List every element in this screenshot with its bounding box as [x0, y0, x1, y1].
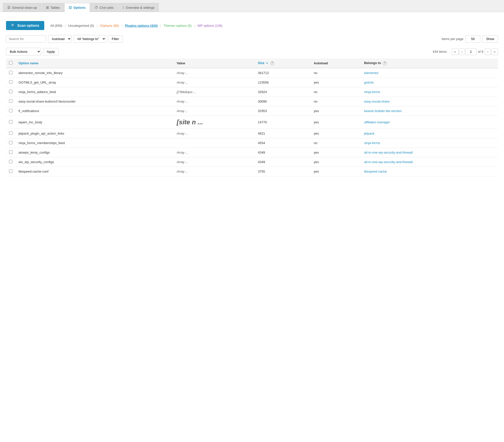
row-checkbox-cell [6, 78, 16, 87]
tab-overview[interactable]: ↕ Overview & settings [118, 3, 159, 12]
row-option-name: wpam_tnc_body [16, 116, 174, 129]
main-content: 🔍 Scan options All (659) | Uncategorized… [0, 12, 504, 181]
scan-options-button[interactable]: 🔍 Scan options [6, 21, 44, 30]
col-header-check [6, 59, 16, 68]
filter-button[interactable]: Filter [108, 35, 123, 43]
table-row: easy-social-share-buttons3-fanscounter A… [6, 97, 498, 106]
row-checkbox[interactable] [9, 169, 12, 173]
cat-orphans[interactable]: Orphans (80) [100, 24, 119, 28]
row-checkbox-cell [6, 116, 16, 129]
items-count: 434 items [433, 50, 447, 54]
options-icon: ⊡ [69, 6, 72, 10]
row-checkbox[interactable] [9, 160, 12, 163]
col-header-name[interactable]: Option name [16, 59, 174, 68]
row-checkbox[interactable] [9, 131, 12, 135]
row-value: [site n ... [174, 116, 255, 129]
last-page-button[interactable]: » [491, 49, 498, 55]
row-option-name: GOTMLS_get_URL_array [16, 78, 174, 87]
show-button[interactable]: Show [482, 35, 498, 43]
options-table: Option name Value Size ▼ ? Autoload Belo… [6, 59, 498, 176]
row-size: 123556 [255, 78, 311, 87]
search-input[interactable] [6, 35, 46, 43]
belongs-link[interactable]: ninja-forms [364, 141, 380, 145]
row-checkbox[interactable] [9, 150, 12, 154]
belongs-link[interactable]: litespeed-cache [364, 170, 387, 173]
row-value: Array ... [174, 106, 255, 116]
general-icon: ☰ [7, 6, 10, 10]
belongs-link[interactable]: beaver-builder-lite-version [364, 109, 402, 113]
tab-options[interactable]: ⊡ Options [64, 3, 90, 12]
row-autoload: yes [311, 129, 361, 138]
items-per-page-input[interactable] [465, 35, 480, 43]
autoload-select[interactable]: Autoload Yes No [48, 35, 72, 43]
table-row: aio_wp_security_configs Array ... 4349 y… [6, 157, 498, 167]
row-size: 361713 [255, 68, 311, 78]
row-value: Array ... [174, 78, 255, 87]
tab-general-label: General clean-up [12, 6, 37, 10]
row-checkbox-cell [6, 129, 16, 138]
row-checkbox[interactable] [9, 90, 12, 93]
prev-page-button[interactable]: ‹ [459, 49, 465, 55]
category-links: All (659) | Uncategorized (0) | Orphans … [50, 24, 222, 28]
row-checkbox[interactable] [9, 80, 12, 84]
row-checkbox[interactable] [9, 141, 12, 144]
cat-all[interactable]: All (659) [50, 24, 62, 28]
row-checkbox[interactable] [9, 120, 12, 124]
first-page-button[interactable]: « [452, 49, 458, 55]
belongs-help-icon[interactable]: ? [383, 61, 387, 65]
row-checkbox[interactable] [9, 99, 12, 103]
belongs-link[interactable]: all-in-one-wp-security-and-firewall [364, 151, 412, 154]
row-checkbox-cell [6, 157, 16, 167]
tab-tables[interactable]: ⊞ Tables [42, 3, 64, 12]
apply-button[interactable]: Apply [43, 48, 59, 55]
tables-icon: ⊞ [46, 6, 49, 10]
row-checkbox-cell [6, 138, 16, 148]
belongs-link[interactable]: jetpack [364, 132, 374, 135]
row-option-name: elementor_remote_info_library [16, 68, 174, 78]
cat-uncategorized[interactable]: Uncategorized (0) [68, 24, 94, 28]
row-checkbox-cell [6, 106, 16, 116]
belongs-select[interactable]: All "belongs to" [74, 35, 106, 43]
row-option-name: ninja_forms_memberships_feed [16, 138, 174, 148]
overview-icon: ↕ [122, 6, 124, 10]
bulk-actions-select[interactable]: Bulk Actions Delete [6, 48, 41, 56]
row-checkbox[interactable] [9, 109, 12, 112]
row-belongs: gotmls [361, 78, 498, 87]
tab-cron[interactable]: ⏱ Cron jobs [90, 3, 118, 12]
table-row: ninja_forms_addons_feed [{"title&quo ...… [6, 87, 498, 97]
belongs-link[interactable]: elementor [364, 71, 378, 75]
row-value: Array ... [174, 167, 255, 176]
belongs-link[interactable]: easy-social-share [364, 100, 390, 103]
tab-general[interactable]: ☰ General clean-up [3, 3, 41, 12]
row-option-name: easy-social-share-buttons3-fanscounter [16, 97, 174, 106]
row-size: 4349 [255, 157, 311, 167]
col-header-size[interactable]: Size ▼ ? [255, 59, 311, 68]
row-option-name: fl_notifications [16, 106, 174, 116]
belongs-link[interactable]: ninja-forms [364, 90, 380, 94]
size-help-icon[interactable]: ? [270, 61, 274, 65]
cat-themes[interactable]: Themes options (9) [164, 24, 192, 28]
belongs-link[interactable]: gotmls [364, 81, 374, 84]
filter-row: Autoload Yes No All "belongs to" Filter … [6, 35, 498, 43]
belongs-link[interactable]: all-in-one-wp-security-and-firewall [364, 160, 412, 164]
table-row: litespeed-cache-conf Array ... 3755 yes … [6, 167, 498, 176]
row-value: Array ... [174, 129, 255, 138]
row-belongs: all-in-one-wp-security-and-firewall [361, 148, 498, 157]
row-belongs: ninja-forms [361, 138, 498, 148]
cat-wp[interactable]: WP options (136) [198, 24, 222, 28]
items-per-page-label: Items per page [442, 37, 464, 41]
col-header-autoload: Autoload [311, 59, 361, 68]
row-autoload: yes [311, 157, 361, 167]
row-value [174, 138, 255, 148]
row-checkbox[interactable] [9, 71, 12, 74]
row-autoload: yes [311, 78, 361, 87]
row-autoload: yes [311, 148, 361, 157]
belongs-link[interactable]: affiliates-manager [364, 120, 390, 124]
row-belongs: easy-social-share [361, 97, 498, 106]
next-page-button[interactable]: › [485, 49, 491, 55]
select-all-checkbox[interactable] [9, 61, 12, 65]
row-checkbox-cell [6, 97, 16, 106]
cat-plugins[interactable]: Plugins options (434) [125, 24, 158, 28]
col-header-belongs: Belongs to ? [361, 59, 498, 68]
page-input[interactable] [466, 48, 476, 55]
